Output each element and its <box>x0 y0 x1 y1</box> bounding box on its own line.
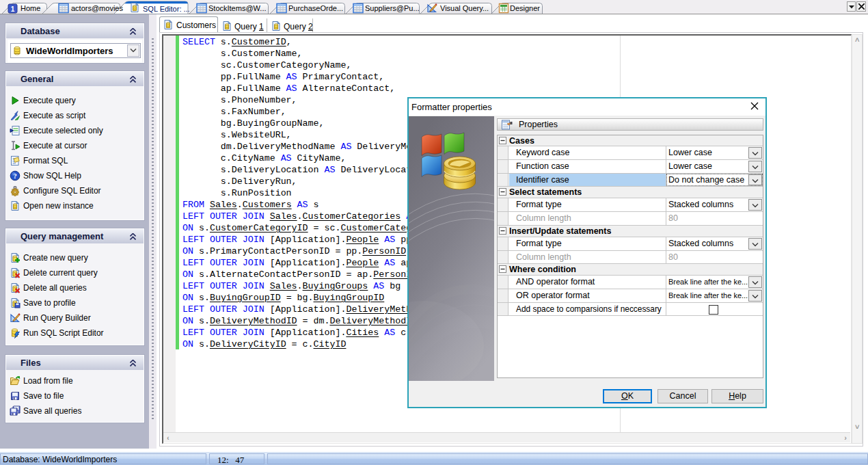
svg-text:?: ? <box>13 172 16 180</box>
svg-text:1: 1 <box>11 5 15 13</box>
